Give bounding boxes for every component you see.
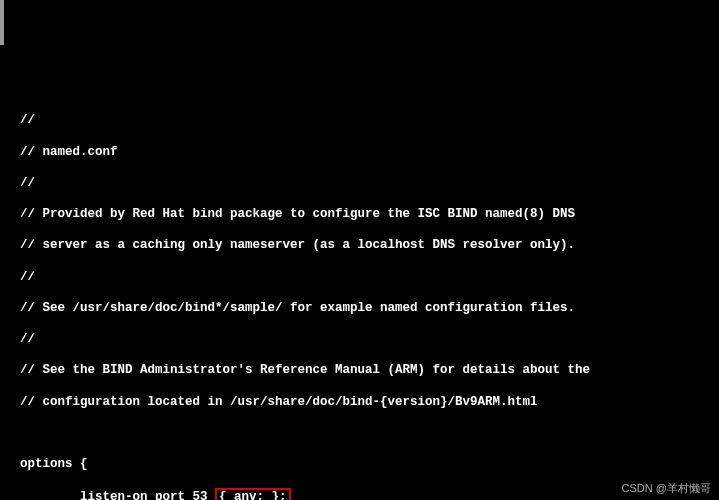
config-text: listen-on port 53 xyxy=(20,490,215,500)
comment-line: // xyxy=(20,113,711,129)
comment-line: // named.conf xyxy=(20,145,711,161)
scrollbar-thumb[interactable] xyxy=(0,0,4,45)
comment-line: // Provided by Red Hat bind package to c… xyxy=(20,207,711,223)
options-open: options { xyxy=(20,457,711,473)
comment-line: // xyxy=(20,270,711,286)
comment-line: // See /usr/share/doc/bind*/sample/ for … xyxy=(20,301,711,317)
comment-line: // xyxy=(20,176,711,192)
watermark: CSDN @羊村懒哥 xyxy=(622,482,711,496)
listen-on-line: listen-on port 53 { any; }; xyxy=(20,488,711,500)
highlight-any-1: { any; }; xyxy=(215,488,291,500)
comment-line: // configuration located in /usr/share/d… xyxy=(20,395,711,411)
comment-line: // xyxy=(20,332,711,348)
comment-line: // See the BIND Administrator's Referenc… xyxy=(20,363,711,379)
comment-line: // server as a caching only nameserver (… xyxy=(20,238,711,254)
editor-content: // // named.conf // // Provided by Red H… xyxy=(20,98,711,500)
blank-line xyxy=(20,426,711,442)
